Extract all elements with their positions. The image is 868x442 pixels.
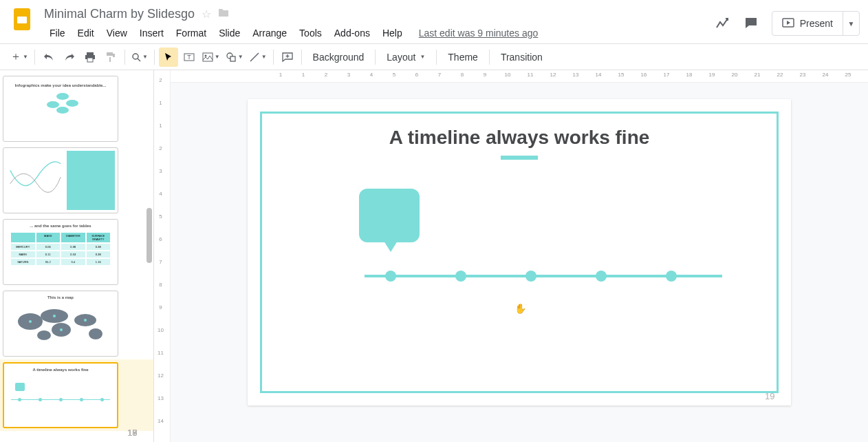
zoom-button[interactable]: ▼ — [129, 48, 150, 67]
menu-insert[interactable]: Insert — [134, 25, 169, 41]
thumb-caption: Infographics make your idea understandab… — [15, 79, 107, 87]
canvas-area: 1123456789101112131415161718192021222324… — [171, 70, 868, 442]
slide-thumb-16[interactable]: 16 — [0, 145, 153, 216]
menu-edit[interactable]: Edit — [72, 25, 100, 41]
menu-help[interactable]: Help — [377, 25, 408, 41]
title-area: Minimal Charm by Slidesgo ☆ File Edit Vi… — [44, 6, 714, 41]
slide-canvas[interactable]: A timeline always works fine 19 — [248, 99, 791, 406]
menu-addons[interactable]: Add-ons — [329, 25, 376, 41]
star-icon[interactable]: ☆ — [202, 8, 211, 21]
title-underline — [501, 156, 538, 160]
timeline-dot[interactable] — [666, 271, 677, 282]
svg-text:T: T — [187, 54, 191, 61]
thumb-caption: A timeline always works fine — [4, 364, 117, 372]
present-button[interactable]: Present — [772, 12, 843, 35]
add-comment-button[interactable] — [278, 48, 297, 67]
thumb-table: MASSDIAMETERSURFACE GRAVITY MERCURY0.060… — [10, 232, 111, 266]
undo-button[interactable] — [39, 48, 58, 67]
svg-point-7 — [133, 54, 138, 59]
move-folder-icon[interactable] — [218, 8, 229, 20]
present-dropdown[interactable]: ▼ — [843, 12, 859, 35]
filmstrip[interactable]: Infographics make your idea understandab… — [0, 70, 154, 442]
svg-point-27 — [84, 319, 87, 322]
separator — [34, 50, 35, 65]
main-area: Infographics make your idea understandab… — [0, 70, 868, 442]
new-slide-button[interactable]: ＋▼ — [8, 48, 30, 67]
last-edit-link[interactable]: Last edit was 9 minutes ago — [419, 28, 539, 39]
slide-thumb-19[interactable]: 19 A timeline always works fine — [0, 359, 153, 431]
textbox-tool[interactable]: T — [180, 48, 199, 67]
svg-point-12 — [204, 54, 206, 56]
slides-logo[interactable] — [8, 6, 36, 33]
svg-rect-6 — [107, 52, 113, 56]
svg-point-24 — [29, 320, 32, 323]
svg-rect-5 — [87, 58, 93, 62]
timeline-dot[interactable] — [455, 271, 466, 282]
separator — [489, 50, 490, 65]
slide-thumb-17[interactable]: 17 ... and the same goes for tables MASS… — [0, 216, 153, 288]
line-tool[interactable]: ▼ — [247, 48, 269, 67]
svg-line-8 — [138, 59, 140, 61]
menu-view[interactable]: View — [101, 25, 133, 41]
print-button[interactable] — [80, 48, 100, 67]
paint-format-button[interactable] — [101, 48, 120, 67]
present-button-group: Present ▼ — [772, 11, 860, 36]
layout-label: Layout — [387, 52, 415, 63]
timeline-dot[interactable] — [525, 271, 536, 282]
comments-icon[interactable] — [743, 15, 759, 32]
header-actions: Present ▼ — [714, 6, 860, 36]
filmstrip-scrollbar[interactable] — [147, 208, 152, 263]
separator — [154, 50, 155, 65]
menu-arrange[interactable]: Arrange — [247, 25, 292, 41]
layout-button[interactable]: Layout▼ — [380, 48, 432, 67]
slide-border — [260, 112, 779, 393]
svg-point-25 — [53, 315, 56, 317]
theme-button[interactable]: Theme — [441, 48, 485, 67]
app-header: Minimal Charm by Slidesgo ☆ File Edit Vi… — [0, 0, 868, 44]
menu-file[interactable]: File — [44, 25, 71, 41]
explore-icon[interactable] — [714, 15, 730, 32]
horizontal-ruler: 1123456789101112131415161718192021222324… — [171, 70, 868, 83]
svg-rect-14 — [230, 56, 235, 61]
background-button[interactable]: Background — [306, 48, 371, 67]
timeline-dot[interactable] — [596, 271, 607, 282]
slide-page-number: 19 — [765, 390, 784, 401]
svg-point-22 — [37, 330, 51, 340]
slide-title[interactable]: A timeline always works fine — [248, 127, 791, 149]
vertical-ruler: 211234567891011121314 — [154, 70, 171, 442]
svg-rect-3 — [87, 52, 94, 55]
svg-point-23 — [89, 328, 102, 339]
menu-bar: File Edit View Insert Format Slide Arran… — [44, 25, 714, 41]
separator — [301, 50, 302, 65]
svg-line-15 — [250, 53, 259, 61]
thumb-caption: This is a map — [3, 291, 118, 299]
redo-button[interactable] — [60, 48, 79, 67]
slide-thumb-15[interactable]: Infographics make your idea understandab… — [0, 73, 153, 145]
timeline-dot[interactable] — [385, 271, 396, 282]
canvas-background[interactable]: A timeline always works fine 19 ✋ — [171, 83, 868, 442]
separator — [375, 50, 376, 65]
separator — [124, 50, 125, 65]
select-tool[interactable] — [159, 48, 178, 67]
thumb-caption: ... and the same goes for tables — [3, 220, 118, 228]
separator — [436, 50, 437, 65]
document-title[interactable]: Minimal Charm by Slidesgo — [44, 7, 195, 21]
cursor-icon: ✋ — [514, 303, 526, 314]
slide-thumb-18[interactable]: 18 This is a map — [0, 288, 153, 359]
present-label: Present — [800, 18, 833, 29]
separator — [273, 50, 274, 65]
toolbar: ＋▼ ▼ T ▼ ▼ ▼ Background Layout▼ Theme Tr… — [0, 44, 868, 70]
menu-format[interactable]: Format — [171, 25, 212, 41]
slide-number: 19 — [127, 426, 147, 438]
speech-bubble[interactable] — [359, 189, 420, 242]
shape-tool[interactable]: ▼ — [224, 48, 246, 67]
svg-rect-1 — [17, 17, 27, 23]
transition-button[interactable]: Transition — [494, 48, 550, 67]
menu-tools[interactable]: Tools — [294, 25, 327, 41]
svg-point-26 — [60, 328, 63, 331]
menu-slide[interactable]: Slide — [213, 25, 246, 41]
image-tool[interactable]: ▼ — [200, 48, 222, 67]
